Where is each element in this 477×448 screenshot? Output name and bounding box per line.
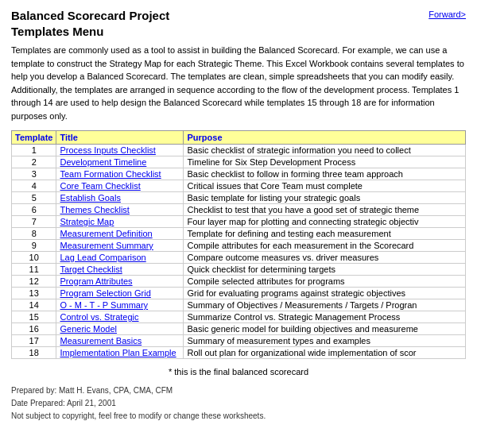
row-title[interactable]: Implementation Plan Example (56, 347, 184, 359)
row-title[interactable]: Measurement Basics (56, 335, 184, 347)
table-row: 15Control vs. StrategicSummarize Control… (12, 311, 466, 323)
row-purpose: Summary of Objectives / Measurements / T… (184, 299, 466, 311)
forward-link[interactable]: Forward> (429, 10, 466, 19)
template-link[interactable]: Establish Goals (60, 193, 120, 203)
template-link[interactable]: Program Selection Grid (60, 288, 150, 298)
row-title[interactable]: Control vs. Strategic (56, 311, 184, 323)
row-number: 3 (12, 168, 56, 180)
table-header-row: Template Title Purpose (12, 131, 466, 145)
col-header-title: Title (56, 131, 184, 145)
row-number: 8 (12, 228, 56, 240)
row-title[interactable]: Establish Goals (56, 192, 184, 204)
template-link[interactable]: Strategic Map (60, 217, 114, 226)
title-line2: Templates Menu (11, 25, 103, 38)
template-link[interactable]: Themes Checklist (60, 205, 129, 214)
row-title[interactable]: Lag Lead Comparison (56, 252, 184, 264)
row-number: 6 (12, 204, 56, 216)
row-purpose: Compile attributes for each measurement … (184, 240, 466, 252)
row-title[interactable]: Development Timeline (56, 156, 184, 168)
row-number: 11 (12, 264, 56, 276)
row-title[interactable]: Target Checklist (56, 264, 184, 276)
template-link[interactable]: Implementation Plan Example (60, 348, 176, 357)
row-title[interactable]: Strategic Map (56, 216, 184, 228)
row-number: 1 (12, 145, 56, 156)
row-title[interactable]: Program Selection Grid (56, 288, 184, 299)
table-row: 14O - M - T - P SummarySummary of Object… (12, 299, 466, 311)
row-number: 18 (12, 347, 56, 359)
row-number: 9 (12, 240, 56, 252)
template-link[interactable]: Core Team Checklist (60, 181, 140, 191)
table-row: 1Process Inputs ChecklistBasic checklist… (12, 145, 466, 156)
row-number: 4 (12, 180, 56, 192)
row-title[interactable]: Measurement Summary (56, 240, 184, 252)
footer-line2: Date Prepared: April 21, 2001 (11, 397, 466, 410)
row-number: 7 (12, 216, 56, 228)
intro-text: Templates are commonly used as a tool to… (11, 44, 466, 122)
template-link[interactable]: O - M - T - P Summary (60, 300, 148, 310)
footnote: * this is the final balanced scorecard (11, 367, 466, 377)
row-purpose: Checklist to test that you have a good s… (184, 204, 466, 216)
row-number: 16 (12, 323, 56, 335)
table-row: 8Measurement DefinitionTemplate for defi… (12, 228, 466, 240)
row-number: 5 (12, 192, 56, 204)
title-line1: Balanced Scorecard Project (11, 9, 169, 22)
table-row: 11Target ChecklistQuick checklist for de… (12, 264, 466, 276)
footer-line3: Not subject to copyright, feel free to m… (11, 410, 466, 423)
template-link[interactable]: Measurement Summary (60, 241, 153, 250)
row-title[interactable]: Core Team Checklist (56, 180, 184, 192)
template-link[interactable]: Development Timeline (60, 157, 146, 167)
table-row: 4Core Team ChecklistCritical issues that… (12, 180, 466, 192)
row-title[interactable]: Team Formation Checklist (56, 168, 184, 180)
row-purpose: Basic checklist to follow in forming thr… (184, 168, 466, 180)
row-number: 12 (12, 276, 56, 288)
template-link[interactable]: Lag Lead Comparison (60, 253, 145, 262)
template-link[interactable]: Process Inputs Checklist (60, 145, 155, 155)
row-purpose: Basic template for listing your strategi… (184, 192, 466, 204)
template-link[interactable]: Team Formation Checklist (60, 169, 161, 179)
row-purpose: Basic checklist of strategic information… (184, 145, 466, 156)
row-number: 17 (12, 335, 56, 347)
footer-line1: Prepared by: Matt H. Evans, CPA, CMA, CF… (11, 384, 466, 397)
row-title[interactable]: Generic Model (56, 323, 184, 335)
footer: Prepared by: Matt H. Evans, CPA, CMA, CF… (11, 384, 466, 423)
table-row: 12Program AttributesCompile selected att… (12, 276, 466, 288)
table-row: 10Lag Lead ComparisonCompare outcome mea… (12, 252, 466, 264)
template-link[interactable]: Control vs. Strategic (60, 312, 138, 322)
row-purpose: Template for defining and testing each m… (184, 228, 466, 240)
row-purpose: Critical issues that Core Team must comp… (184, 180, 466, 192)
row-title[interactable]: Program Attributes (56, 276, 184, 288)
row-purpose: Quick checklist for determining targets (184, 264, 466, 276)
row-number: 10 (12, 252, 56, 264)
table-row: 3Team Formation ChecklistBasic checklist… (12, 168, 466, 180)
table-row: 16Generic ModelBasic generic model for b… (12, 323, 466, 335)
table-row: 17Measurement BasicsSummary of measureme… (12, 335, 466, 347)
col-header-template: Template (12, 131, 56, 145)
template-link[interactable]: Program Attributes (60, 276, 132, 286)
row-purpose: Roll out plan for organizational wide im… (184, 347, 466, 359)
header: Balanced Scorecard Project Templates Men… (11, 8, 466, 39)
page-title: Balanced Scorecard Project Templates Men… (11, 8, 169, 39)
table-row: 7Strategic MapFour layer map for plottin… (12, 216, 466, 228)
template-link[interactable]: Measurement Definition (60, 229, 152, 238)
template-link[interactable]: Measurement Basics (60, 336, 142, 346)
template-link[interactable]: Target Checklist (60, 265, 122, 274)
row-title[interactable]: Process Inputs Checklist (56, 145, 184, 156)
row-number: 14 (12, 299, 56, 311)
row-title[interactable]: Measurement Definition (56, 228, 184, 240)
table-row: 6Themes ChecklistChecklist to test that … (12, 204, 466, 216)
template-link[interactable]: Generic Model (60, 324, 117, 334)
row-title[interactable]: Themes Checklist (56, 204, 184, 216)
templates-table: Template Title Purpose 1Process Inputs C… (11, 130, 466, 359)
row-number: 2 (12, 156, 56, 168)
table-row: 9Measurement SummaryCompile attributes f… (12, 240, 466, 252)
table-row: 18Implementation Plan ExampleRoll out pl… (12, 347, 466, 359)
row-purpose: Summarize Control vs. Strategic Manageme… (184, 311, 466, 323)
table-row: 2Development TimelineTimeline for Six St… (12, 156, 466, 168)
row-purpose: Four layer map for plotting and connecti… (184, 216, 466, 228)
row-purpose: Timeline for Six Step Development Proces… (184, 156, 466, 168)
row-title[interactable]: O - M - T - P Summary (56, 299, 184, 311)
row-purpose: Summary of measurement types and example… (184, 335, 466, 347)
row-purpose: Compile selected attributes for programs (184, 276, 466, 288)
table-row: 13Program Selection GridGrid for evaluat… (12, 288, 466, 299)
row-number: 13 (12, 288, 56, 299)
